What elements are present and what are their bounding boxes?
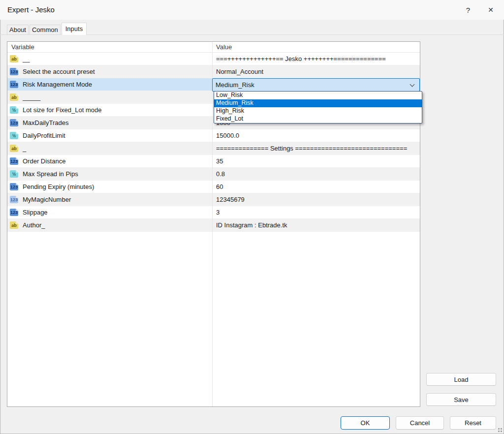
load-button[interactable]: Load [426, 373, 496, 386]
value-text: ============== Settings ================… [216, 145, 407, 152]
string-type-icon: ab [10, 93, 18, 101]
value-cell[interactable]: Normal_Account [212, 68, 420, 75]
expert-properties-dialog: Expert - Jesko ? ✕ About Common Inputs V… [0, 0, 504, 434]
value-column-header: Value [212, 42, 420, 52]
integer-type-icon: 123 [10, 119, 18, 126]
reset-button[interactable]: Reset [450, 416, 496, 430]
variable-label: Lot size for Fixed_Lot mode [23, 106, 101, 114]
variable-label: DailyProfitLimit [23, 132, 65, 139]
help-icon: ? [466, 6, 470, 14]
value-text: 60 [216, 183, 223, 190]
ok-button[interactable]: OK [341, 416, 390, 430]
variable-label: _____ [23, 93, 40, 101]
window-title: Expert - Jesko [7, 0, 55, 20]
table-row[interactable]: abAuthor_ ID Instagram : Ebtrade.tk [7, 219, 420, 232]
variable-label: Max Spread in Pips [23, 170, 78, 178]
string-type-icon: ab [10, 145, 18, 152]
string-type-icon: ab [10, 221, 18, 229]
value-cell[interactable]: 0.8 [212, 170, 420, 178]
variable-label: Order Distance [23, 157, 65, 165]
column-divider[interactable] [212, 42, 213, 406]
value-cell[interactable]: ============== Settings ================… [212, 145, 420, 152]
string-type-icon: ab [10, 55, 18, 62]
dropdown-option[interactable]: High_Risk [214, 107, 422, 115]
value-text: Normal_Account [216, 68, 263, 75]
value-cell[interactable]: 12345679 [212, 196, 420, 203]
table-row[interactable]: ab__ ===+++++++++++++== Jesko ++++++++==… [7, 53, 420, 65]
risk-mode-combobox[interactable]: Medium_Risk [212, 78, 420, 92]
cancel-button[interactable]: Cancel [396, 416, 444, 430]
variable-label: Select the account preset [23, 68, 95, 75]
integer-type-icon: 123 [10, 196, 18, 203]
table-row[interactable]: 123Pending Expiry (minutes) 60 [7, 181, 420, 193]
double-type-icon: ½ [10, 132, 18, 139]
close-icon: ✕ [488, 6, 494, 14]
table-row[interactable]: 123MyMagicNumber 12345679 [7, 193, 420, 206]
value-text: 35 [216, 157, 223, 165]
integer-type-icon: 123 [10, 157, 18, 165]
value-text: 12345679 [216, 196, 245, 203]
variable-label: MyMagicNumber [23, 196, 71, 203]
table-row[interactable]: ½Max Spread in Pips 0.8 [7, 168, 420, 181]
dropdown-option[interactable]: Low_Risk [214, 92, 422, 99]
resize-grip[interactable] [498, 428, 503, 433]
chevron-down-icon [410, 82, 415, 87]
value-cell[interactable]: ID Instagram : Ebtrade.tk [212, 221, 420, 229]
double-type-icon: ½ [10, 106, 18, 114]
table-row[interactable]: 123Slippage 3 [7, 206, 420, 219]
table-row[interactable]: ½DailyProfitLimit 15000.0 [7, 129, 420, 142]
variable-label: Slippage [23, 209, 48, 216]
table-row-selected[interactable]: 123Risk Management Mode Medium_Risk [7, 78, 420, 91]
variable-label: MaxDailyTrades [23, 119, 68, 126]
table-row[interactable]: 123Select the account preset Normal_Acco… [7, 65, 420, 78]
variable-label: Risk Management Mode [23, 81, 92, 88]
integer-type-icon: 123 [10, 209, 18, 216]
value-text: 15000.0 [216, 132, 239, 139]
integer-type-icon: 123 [10, 81, 18, 88]
variable-label: __ [23, 55, 30, 62]
save-button[interactable]: Save [426, 393, 496, 406]
table-row[interactable]: 123Order Distance 35 [7, 155, 420, 168]
value-cell[interactable]: 35 [212, 157, 420, 165]
variable-label: _ [23, 145, 26, 152]
value-text: ID Instagram : Ebtrade.tk [216, 221, 287, 229]
tab-strip: About Common Inputs [7, 25, 88, 35]
title-bar[interactable]: Expert - Jesko ? ✕ [0, 0, 504, 20]
table-header: Variable Value [7, 42, 420, 53]
dropdown-option[interactable]: Fixed_Lot [214, 115, 422, 123]
combobox-value: Medium_Risk [216, 81, 254, 89]
variable-label: Author_ [23, 221, 45, 229]
value-text: 3 [216, 209, 220, 216]
tab-about[interactable]: About [7, 25, 29, 35]
variable-column-header: Variable [7, 42, 212, 52]
value-text: ===+++++++++++++== Jesko ++++++++=======… [216, 55, 386, 62]
value-cell[interactable]: ===+++++++++++++== Jesko ++++++++=======… [212, 55, 420, 62]
value-cell[interactable]: 3 [212, 209, 420, 216]
integer-type-icon: 123 [10, 183, 18, 190]
dropdown-option-selected[interactable]: Medium_Risk [214, 99, 422, 107]
tab-common[interactable]: Common [30, 25, 61, 35]
value-cell[interactable]: 60 [212, 183, 420, 190]
double-type-icon: ½ [10, 170, 18, 178]
help-button[interactable]: ? [461, 2, 475, 17]
value-cell[interactable]: 15000.0 [212, 132, 420, 139]
close-button[interactable]: ✕ [483, 2, 498, 17]
risk-mode-dropdown-list: Low_Risk Medium_Risk High_Risk Fixed_Lot [214, 91, 422, 124]
table-row[interactable]: ab_ ============== Settings ============… [7, 142, 420, 155]
tab-inputs[interactable]: Inputs [62, 23, 87, 35]
value-text: 0.8 [216, 170, 225, 178]
integer-type-icon: 123 [10, 68, 18, 75]
variable-label: Pending Expiry (minutes) [23, 183, 94, 190]
